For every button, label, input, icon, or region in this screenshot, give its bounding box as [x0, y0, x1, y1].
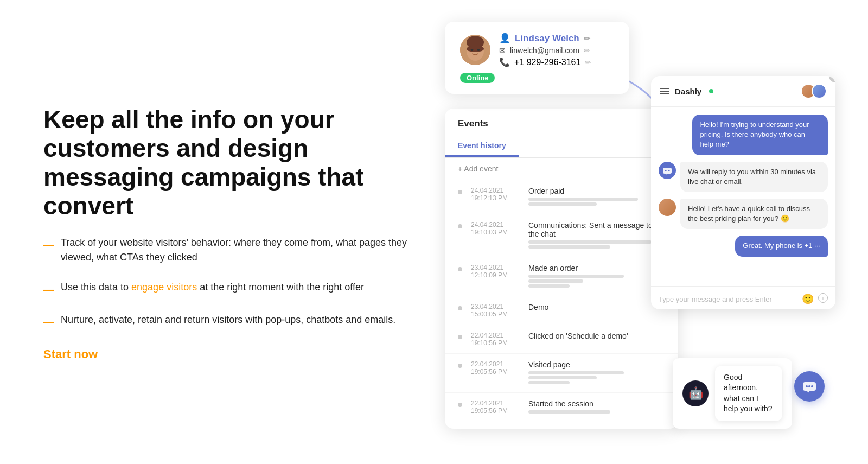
email-icon: ✉ [499, 46, 506, 55]
svg-point-5 [477, 49, 480, 51]
card-top: 👤 Lindsay Welch ✏ ✉ linwelch@gmail.com ✏… [460, 33, 614, 67]
bullets-section: — Track of your website visitors' behavi… [43, 236, 412, 330]
event-dot [458, 335, 462, 339]
event-dot [458, 190, 462, 194]
bullet-1: — Track of your website visitors' behavi… [43, 236, 412, 265]
svg-point-11 [808, 385, 810, 387]
message-bubble-right: Hello! I'm trying to understand your pri… [692, 115, 828, 155]
event-content: Clicked on 'Schedule a demo' [528, 332, 665, 342]
events-tabs: Event history [445, 136, 678, 158]
svg-point-7 [665, 170, 667, 171]
event-name: Demo [528, 303, 665, 312]
svg-point-8 [668, 170, 670, 171]
event-bar [528, 198, 638, 201]
phone-row: 📞 +1 929-296-3161 ✏ [499, 57, 591, 67]
event-time: 24.04.202119:12:13 PM [471, 187, 520, 202]
chat-input-placeholder[interactable]: Type your message and press Enter [659, 295, 802, 303]
bottom-bot-avatar: 🤖 [682, 380, 709, 406]
bottom-chat-text: Good afternoon, what can I help you with… [724, 373, 773, 414]
events-panel: Events Event history + Add event 24.04.2… [445, 109, 678, 429]
email-text: linwelch@gmail.com [510, 46, 579, 55]
bullet-dash-1: — [43, 237, 54, 253]
event-bar [528, 371, 624, 374]
highlight-engage: engage visitors [131, 282, 197, 293]
message-bubble-right: Great. My phone is +1 ··· [735, 236, 828, 256]
svg-point-10 [806, 385, 808, 387]
bot-avatar [659, 162, 676, 179]
event-bar [528, 376, 597, 379]
event-time: 22.04.202119:05:56 PM [471, 399, 520, 415]
phone-icon: 📞 [499, 57, 510, 67]
event-time: 24.04.202119:10:03 PM [471, 221, 520, 236]
event-bar [528, 410, 610, 414]
chat-header: Dashly [651, 76, 835, 107]
customer-name: 👤 Lindsay Welch ✏ [499, 33, 591, 44]
page-wrapper: Keep all the info on your customers and … [0, 0, 868, 464]
left-column: Keep all the info on your customers and … [43, 105, 412, 361]
email-row: ✉ linwelch@gmail.com ✏ [499, 46, 591, 55]
chat-message: We will reply to you within 30 minutes v… [659, 162, 828, 192]
event-name: Communications: Sent a message to the ch… [528, 221, 665, 238]
message-bubble-human: Hello! Let's have a quick call to discus… [680, 199, 828, 229]
event-name: Visited page [528, 360, 665, 369]
event-row: 23.04.202115:00:05 PMDemo [445, 296, 678, 325]
bullet-dash-3: — [43, 314, 54, 330]
event-name: Order paid [528, 187, 665, 195]
event-name: Made an order [528, 264, 665, 272]
avatar [460, 35, 490, 65]
status-badge: Online [460, 73, 495, 83]
bottom-chat-widget: 🤖 Good afternoon, what can I help you wi… [673, 358, 792, 429]
event-bar [528, 279, 583, 283]
chat-panel: × Dashly Hello! I'm trying to understand… [651, 76, 835, 309]
add-event-button[interactable]: + Add event [445, 158, 678, 180]
event-row: 22.04.202119:10:56 PMClicked on 'Schedul… [445, 325, 678, 354]
event-name: Clicked on 'Schedule a demo' [528, 332, 665, 340]
events-list: 24.04.202119:12:13 PMOrder paid24.04.202… [445, 180, 678, 422]
right-column: 👤 Lindsay Welch ✏ ✉ linwelch@gmail.com ✏… [445, 22, 835, 445]
chat-message: Hello! I'm trying to understand your pri… [659, 115, 828, 155]
event-bar [528, 381, 570, 384]
agent-avatar-2 [812, 84, 827, 99]
event-time: 22.04.202119:10:56 PM [471, 332, 520, 347]
online-indicator [709, 89, 713, 93]
chat-input-icons: 🙂 i [802, 293, 828, 305]
event-content: Order paid [528, 187, 665, 207]
event-bar [528, 275, 624, 278]
svg-rect-6 [663, 168, 672, 174]
event-name: Started the session [528, 399, 665, 408]
phone-edit-icon[interactable]: ✏ [585, 58, 591, 67]
name-edit-icon[interactable]: ✏ [584, 34, 590, 43]
chatbot-fab[interactable] [794, 371, 825, 402]
event-dot [458, 364, 462, 368]
svg-point-4 [471, 49, 474, 51]
event-bar [528, 202, 597, 206]
brand-name: Dashly [675, 87, 701, 96]
svg-point-3 [467, 46, 484, 52]
bullet-dash-2: — [43, 281, 54, 297]
events-title: Events [445, 109, 678, 129]
bullet-text-3: Nurture, activate, retain and return vis… [61, 313, 395, 327]
email-edit-icon[interactable]: ✏ [584, 46, 590, 55]
info-icon[interactable]: i [818, 293, 828, 303]
bullet-2: — Use this data to engage visitors at th… [43, 280, 412, 297]
event-row: 22.04.202119:05:56 PMVisited page [445, 354, 678, 393]
event-content: Visited page [528, 360, 665, 386]
event-history-tab[interactable]: Event history [445, 136, 519, 157]
svg-point-12 [811, 385, 813, 387]
bullet-text-1: Track of your website visitors' behavior… [61, 236, 412, 265]
start-now-link[interactable]: Start now [43, 347, 412, 361]
bullet-text-2: Use this data to engage visitors at the … [61, 280, 364, 295]
customer-card: 👤 Lindsay Welch ✏ ✉ linwelch@gmail.com ✏… [445, 22, 629, 94]
emoji-icon[interactable]: 🙂 [802, 293, 814, 305]
event-row: 23.04.202112:10:09 PMMade an order [445, 257, 678, 296]
event-dot [458, 306, 462, 310]
phone-text: +1 929-296-3161 [514, 58, 580, 67]
bullet-3: — Nurture, activate, retain and return v… [43, 313, 412, 330]
name-text: Lindsay Welch [515, 33, 579, 44]
user-icon: 👤 [499, 33, 510, 44]
event-row: 24.04.202119:12:13 PMOrder paid [445, 180, 678, 214]
chat-avatars [801, 84, 827, 99]
chat-header-brand: Dashly [660, 87, 713, 96]
hamburger-icon[interactable] [660, 88, 669, 94]
headline: Keep all the info on your customers and … [43, 105, 412, 220]
